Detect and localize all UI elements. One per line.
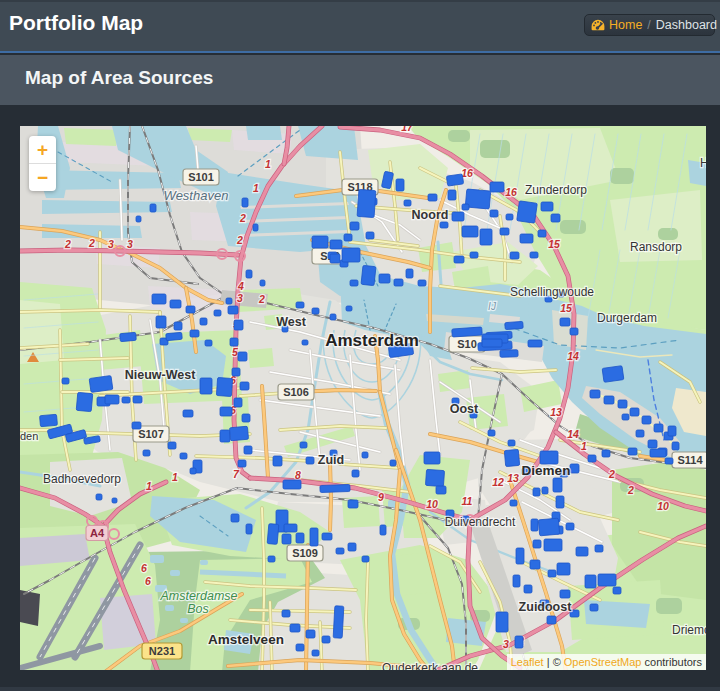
svg-text:1: 1 bbox=[253, 182, 259, 194]
svg-text:Oost: Oost bbox=[450, 402, 479, 416]
svg-text:2: 2 bbox=[627, 484, 634, 496]
svg-text:West: West bbox=[276, 315, 306, 329]
svg-text:Duivendrecht: Duivendrecht bbox=[445, 515, 516, 529]
svg-text:Ho: Ho bbox=[700, 156, 706, 170]
svg-text:Amsterdamse: Amsterdamse bbox=[159, 589, 237, 603]
svg-text:1: 1 bbox=[265, 158, 271, 170]
svg-text:Diemen: Diemen bbox=[522, 463, 571, 478]
svg-text:Noord: Noord bbox=[412, 208, 449, 222]
svg-text:16: 16 bbox=[505, 186, 517, 198]
svg-text:10: 10 bbox=[426, 498, 438, 510]
svg-text:Ouderkerk aan de: Ouderkerk aan de bbox=[382, 661, 478, 670]
svg-text:Zuid: Zuid bbox=[318, 453, 344, 467]
svg-text:6: 6 bbox=[145, 575, 151, 587]
svg-text:Bos: Bos bbox=[187, 602, 209, 616]
svg-text:S10: S10 bbox=[457, 338, 477, 350]
svg-text:S107: S107 bbox=[138, 428, 164, 440]
svg-text:15: 15 bbox=[548, 238, 560, 250]
svg-text:Driemond: Driemond bbox=[672, 623, 706, 637]
svg-text:S101: S101 bbox=[188, 171, 214, 183]
svg-text:S106: S106 bbox=[283, 386, 309, 398]
svg-text:IJ: IJ bbox=[488, 301, 497, 312]
svg-text:3: 3 bbox=[127, 238, 133, 250]
svg-text:13: 13 bbox=[550, 406, 562, 418]
svg-text:2: 2 bbox=[88, 237, 95, 249]
svg-text:2: 2 bbox=[239, 212, 246, 224]
svg-text:3: 3 bbox=[237, 292, 243, 304]
svg-text:17: 17 bbox=[401, 126, 414, 133]
svg-text:2: 2 bbox=[64, 238, 71, 250]
svg-text:Amsterdam: Amsterdam bbox=[325, 331, 419, 350]
svg-text:4: 4 bbox=[237, 280, 244, 292]
svg-text:1: 1 bbox=[146, 480, 152, 492]
svg-text:5: 5 bbox=[232, 346, 238, 358]
svg-text:Schellingwoude: Schellingwoude bbox=[510, 285, 594, 299]
svg-text:14: 14 bbox=[567, 350, 579, 362]
svg-text:1: 1 bbox=[581, 440, 587, 452]
svg-text:12: 12 bbox=[492, 476, 504, 488]
svg-text:Durgerdam: Durgerdam bbox=[597, 311, 657, 325]
svg-text:13: 13 bbox=[507, 472, 519, 484]
svg-text:2: 2 bbox=[236, 234, 243, 246]
svg-text:Zunderdorp: Zunderdorp bbox=[525, 183, 587, 197]
svg-text:6: 6 bbox=[141, 562, 147, 574]
svg-text:S109: S109 bbox=[292, 547, 318, 559]
svg-text:N231: N231 bbox=[149, 645, 175, 657]
svg-text:15: 15 bbox=[560, 302, 572, 314]
svg-text:8: 8 bbox=[295, 469, 301, 481]
svg-text:9: 9 bbox=[378, 491, 384, 503]
svg-text:3: 3 bbox=[108, 238, 114, 250]
svg-text:1: 1 bbox=[172, 471, 178, 483]
svg-text:Ransdorp: Ransdorp bbox=[630, 240, 682, 254]
svg-text:10: 10 bbox=[657, 500, 669, 512]
svg-text:3: 3 bbox=[503, 638, 509, 650]
svg-text:11: 11 bbox=[462, 495, 473, 507]
svg-text:2: 2 bbox=[608, 468, 615, 480]
svg-text:2: 2 bbox=[258, 293, 265, 305]
svg-text:Zuidoost: Zuidoost bbox=[519, 600, 573, 614]
svg-text:Badhoevedorp: Badhoevedorp bbox=[43, 472, 121, 486]
svg-text:S114: S114 bbox=[677, 454, 703, 466]
svg-text:Nieuw-West: Nieuw-West bbox=[125, 368, 196, 382]
svg-text:A4: A4 bbox=[90, 527, 105, 539]
svg-text:Westhaven: Westhaven bbox=[164, 188, 229, 203]
svg-text:Amstelveen: Amstelveen bbox=[208, 632, 284, 647]
svg-text:14: 14 bbox=[567, 428, 579, 440]
svg-text:den: den bbox=[20, 430, 38, 442]
